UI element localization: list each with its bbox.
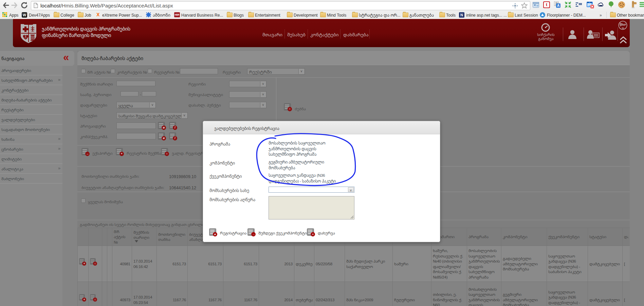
svg-text:A: A xyxy=(557,4,559,7)
